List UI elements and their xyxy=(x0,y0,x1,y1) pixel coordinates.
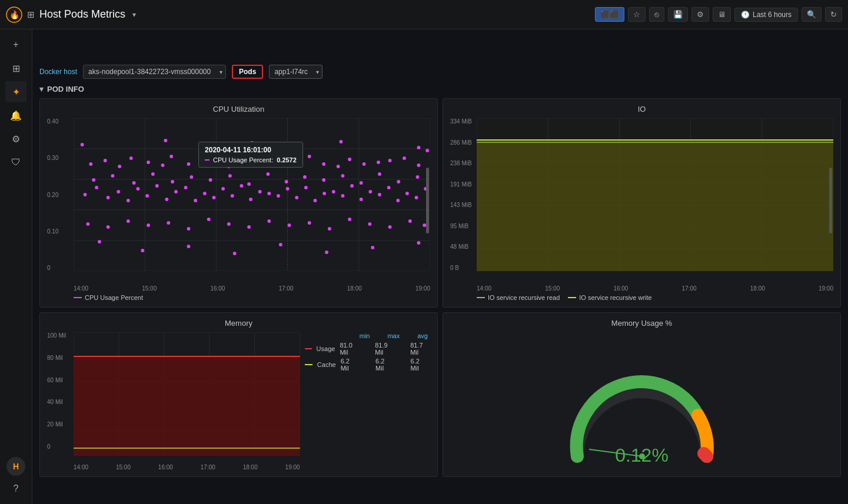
star-icon: ☆ xyxy=(633,10,640,19)
cpu-scrollbar[interactable] xyxy=(426,168,429,233)
usage-max: 81.9 Mil xyxy=(375,342,393,356)
cpu-scatter-dots xyxy=(81,139,429,255)
sidebar-item-dashboards[interactable]: ⊞ xyxy=(5,58,26,79)
svg-point-40 xyxy=(84,193,87,196)
io-chart-inner: 334 MiB 286 MiB 238 MiB 191 MiB 143 MiB … xyxy=(450,118,833,283)
title-caret[interactable]: ▾ xyxy=(132,11,136,19)
svg-point-51 xyxy=(194,199,197,202)
svg-point-99 xyxy=(167,221,170,225)
usage-avg: 81.7 Mil xyxy=(410,342,428,356)
memory-chart-panel: Memory 100 Mil 80 Mil 60 Mil 40 Mil 20 M… xyxy=(39,312,438,477)
share-btn[interactable]: ⎋ xyxy=(649,7,664,22)
svg-point-68 xyxy=(350,184,354,188)
svg-point-90 xyxy=(341,174,345,178)
cpu-legend-item: CPU Usage Percent xyxy=(74,294,143,301)
usage-legend-line xyxy=(305,348,312,349)
cpu-x-axis: 14:00 15:00 16:00 17:00 18:00 19:00 xyxy=(74,285,430,292)
svg-point-69 xyxy=(360,198,363,201)
cache-min: 6.2 Mil xyxy=(341,358,358,372)
sidebar-bottom: H ? xyxy=(5,457,26,499)
stat-avg-label: avg xyxy=(417,332,428,339)
stat-min-label: min xyxy=(360,332,370,339)
sidebar-item-explore[interactable]: ✦ xyxy=(5,81,26,102)
svg-point-103 xyxy=(247,225,251,229)
svg-point-30 xyxy=(308,155,311,158)
svg-point-110 xyxy=(388,225,392,229)
io-legend: IO service recursive read IO service rec… xyxy=(477,294,833,301)
cpu-chart-svg-wrap[interactable]: 2020-04-11 16:01:00 CPU Usage Percent: 0… xyxy=(74,118,430,271)
memory-chart-svg-wrap[interactable] xyxy=(74,332,300,456)
cache-label: Cache xyxy=(317,361,336,368)
svg-point-54 xyxy=(221,187,225,191)
svg-point-89 xyxy=(322,178,325,182)
svg-point-24 xyxy=(227,165,231,168)
pods-select-wrap: app1-l74rc xyxy=(269,65,322,79)
io-write-legend-line xyxy=(568,297,576,298)
svg-point-42 xyxy=(107,196,110,199)
memory-chart-with-stats: 100 Mil 80 Mil 60 Mil 40 Mil 20 Mil 0 xyxy=(47,332,430,470)
svg-point-18 xyxy=(147,161,150,164)
svg-point-97 xyxy=(127,219,130,223)
cpu-chart-panel: CPU Utilization 0.40 0.30 0.20 0.10 0 xyxy=(39,98,438,308)
svg-point-27 xyxy=(267,162,271,166)
svg-point-120 xyxy=(417,241,421,245)
dashboard-view-btn[interactable]: ⬛⬛ xyxy=(595,7,624,22)
svg-point-57 xyxy=(249,198,252,201)
charts-top-row: CPU Utilization 0.40 0.30 0.20 0.10 0 xyxy=(39,98,841,308)
svg-point-20 xyxy=(169,155,173,158)
sidebar-item-add[interactable]: + xyxy=(5,34,26,55)
memory-chart-area: 100 Mil 80 Mil 60 Mil 40 Mil 20 Mil 0 xyxy=(47,332,300,470)
gauge-title: Memory Usage % xyxy=(450,319,833,328)
pods-select[interactable]: app1-l74rc xyxy=(269,65,322,79)
clock-icon: 🕐 xyxy=(741,11,750,19)
svg-point-73 xyxy=(396,199,400,202)
io-chart-svg-wrap[interactable] xyxy=(477,118,833,271)
section-collapse-btn[interactable]: ▾ xyxy=(39,85,44,94)
sidebar-item-config[interactable]: ⚙ xyxy=(5,128,26,149)
svg-point-46 xyxy=(145,194,149,198)
cache-stat-values: 6.2 Mil 6.2 Mil 6.2 Mil xyxy=(341,358,430,372)
svg-point-66 xyxy=(332,190,335,193)
gauge-panel: Memory Usage % 0.12% xyxy=(443,312,841,477)
time-range-picker[interactable]: 🕐 Last 6 hours xyxy=(734,8,798,22)
cache-max: 6.2 Mil xyxy=(375,358,393,372)
svg-point-125 xyxy=(417,146,421,149)
settings-btn[interactable]: ⚙ xyxy=(691,7,709,22)
search-btn[interactable]: 🔍 xyxy=(802,7,822,22)
sidebar-item-shield[interactable]: 🛡 xyxy=(5,152,26,173)
question-icon: ? xyxy=(14,483,19,494)
save-btn[interactable]: 💾 xyxy=(668,7,688,22)
refresh-icon: ↻ xyxy=(830,10,837,19)
svg-point-87 xyxy=(285,180,288,183)
svg-point-122 xyxy=(164,139,167,142)
svg-point-96 xyxy=(107,225,110,229)
svg-point-34 xyxy=(363,162,366,166)
io-scrollbar[interactable] xyxy=(829,168,832,233)
svg-point-15 xyxy=(104,159,107,162)
time-range-label: Last 6 hours xyxy=(753,11,792,19)
config-icon: ⚙ xyxy=(12,133,20,145)
memory-stats-panel: min max avg Usage 81.0 Mil 81.9 Mil 81.7… xyxy=(300,332,430,470)
svg-marker-141 xyxy=(477,140,833,271)
svg-point-119 xyxy=(371,246,374,249)
svg-point-121 xyxy=(81,143,84,146)
svg-point-29 xyxy=(296,163,300,167)
monitor-btn[interactable]: 🖥 xyxy=(713,7,731,22)
svg-point-61 xyxy=(286,187,290,191)
io-x-axis: 14:00 15:00 16:00 17:00 18:00 19:00 xyxy=(477,285,833,292)
svg-point-47 xyxy=(155,184,159,188)
sidebar-item-alerting[interactable]: 🔔 xyxy=(5,105,26,126)
sidebar-item-question[interactable]: ? xyxy=(5,478,26,499)
svg-point-94 xyxy=(416,175,420,179)
grafana-logo: 🔥 xyxy=(6,6,22,23)
docker-host-select[interactable]: aks-nodepool1-38422723-vmss000000 xyxy=(83,65,226,79)
star-btn[interactable]: ☆ xyxy=(628,7,646,22)
pods-button[interactable]: Pods xyxy=(232,65,263,79)
main-content: Docker host aks-nodepool1-38422723-vmss0… xyxy=(32,59,848,504)
svg-point-111 xyxy=(408,219,412,223)
svg-point-118 xyxy=(325,251,328,254)
refresh-btn[interactable]: ↻ xyxy=(825,7,842,22)
sidebar-item-help[interactable]: H xyxy=(6,457,25,476)
memory-chart-inner: 100 Mil 80 Mil 60 Mil 40 Mil 20 Mil 0 xyxy=(47,332,300,462)
svg-point-107 xyxy=(328,227,331,231)
